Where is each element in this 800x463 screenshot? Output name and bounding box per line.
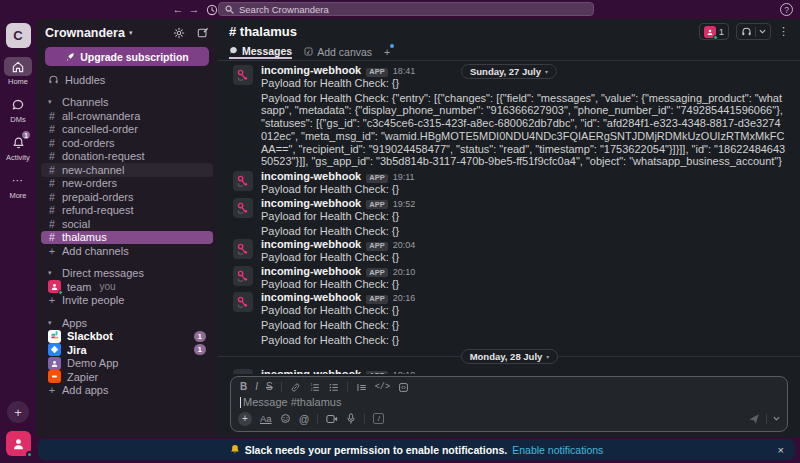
huddles-label: Huddles <box>65 74 105 86</box>
app-item-zapier[interactable]: Zapier <box>41 370 213 384</box>
back-arrow-icon[interactable]: ← <box>170 0 186 19</box>
sidebar-item-huddles[interactable]: Huddles <box>41 73 213 87</box>
sidebar-item-channel[interactable]: #prepaid-orders <box>41 190 213 204</box>
hash-icon: # <box>48 191 56 203</box>
members-button[interactable]: 1 <box>699 23 729 40</box>
message[interactable]: incoming-webhook APP 20:16 Payload for H… <box>233 292 786 346</box>
sidebar-item-channel[interactable]: #all-crownandera <box>41 109 213 123</box>
rail-item-home[interactable]: Home <box>4 57 32 86</box>
sender-name[interactable]: incoming-webhook <box>261 171 361 182</box>
workspace-switcher[interactable]: C <box>6 23 31 48</box>
timestamp[interactable]: 19:11 <box>393 172 415 183</box>
huddle-chevron-icon[interactable] <box>759 29 766 34</box>
canvas-icon <box>304 47 313 56</box>
app-item-jira[interactable]: Jira 1 <box>41 343 213 357</box>
send-button[interactable] <box>748 413 760 425</box>
rail-item-dms[interactable]: DMs <box>4 95 32 124</box>
code-icon[interactable]: </> <box>375 382 390 392</box>
formatting-button[interactable]: Aa <box>260 413 272 424</box>
timestamp[interactable]: 20:04 <box>393 240 416 251</box>
sender-name[interactable]: incoming-webhook <box>261 239 361 250</box>
sender-name[interactable]: incoming-webhook <box>261 266 361 277</box>
sidebar-item-channel[interactable]: #cod-orders <box>41 136 213 150</box>
search-icon <box>225 5 234 14</box>
attach-button[interactable]: + <box>238 412 252 426</box>
help-icon[interactable]: ? <box>780 3 793 16</box>
rail-item-activity[interactable]: 1 Activity <box>4 133 32 162</box>
rail-item-more[interactable]: ⋯ More <box>4 171 32 200</box>
mic-icon[interactable] <box>346 413 356 424</box>
add-channels-button[interactable]: + Add channels <box>41 244 213 258</box>
message-composer[interactable]: B I S 12 </> Message #thalamus <box>230 376 788 432</box>
sidebar-item-channel[interactable]: #donation-request <box>41 150 213 164</box>
channels-section-header[interactable]: ▾ Channels <box>41 96 213 110</box>
blockquote-icon[interactable] <box>356 382 367 393</box>
app-item-slackbot[interactable]: Slackbot 1 <box>41 330 213 344</box>
send-options-chevron-icon[interactable] <box>773 416 780 421</box>
sidebar-item-channel[interactable]: #social <box>41 217 213 231</box>
video-icon[interactable] <box>326 414 338 424</box>
huddle-button[interactable] <box>736 23 771 40</box>
settings-icon[interactable] <box>173 27 185 39</box>
timestamp[interactable]: 19:52 <box>393 199 416 210</box>
webhook-avatar <box>233 65 253 85</box>
link-icon[interactable] <box>290 382 301 393</box>
bold-button[interactable]: B <box>240 382 247 392</box>
sender-name[interactable]: incoming-webhook <box>261 292 361 303</box>
upgrade-subscription-button[interactable]: Upgrade subscription <box>45 47 209 66</box>
sidebar-item-channel[interactable]: #cancelled-order <box>41 123 213 137</box>
plus-icon: + <box>384 46 390 58</box>
timestamp[interactable]: 18:41 <box>393 66 416 77</box>
add-apps-button[interactable]: + Add apps <box>41 384 213 398</box>
enable-notifications-link[interactable]: Enable notifications <box>512 444 603 456</box>
tab-messages[interactable]: Messages <box>229 44 292 59</box>
message[interactable]: incoming-webhook APP 20:04 Payload for H… <box>233 239 786 263</box>
direct-messages-section-header[interactable]: ▾ Direct messages <box>41 267 213 281</box>
forward-arrow-icon[interactable]: → <box>186 0 202 19</box>
sidebar-item-channel[interactable]: #new-channel <box>41 163 213 177</box>
emoji-icon[interactable] <box>280 413 291 424</box>
invite-people-button[interactable]: + Invite people <box>41 294 213 308</box>
message[interactable]: incoming-webhook APP 18:41 Payload for H… <box>233 65 786 168</box>
search-input[interactable]: Search Crownandera <box>218 2 594 16</box>
bulleted-list-icon[interactable] <box>328 382 339 393</box>
sidebar-item-channel[interactable]: #refund-request <box>41 204 213 218</box>
sender-name[interactable]: incoming-webhook <box>261 198 361 209</box>
timestamp[interactable]: 20:10 <box>393 267 416 278</box>
text-cursor <box>240 397 241 408</box>
timestamp[interactable]: 20:16 <box>393 293 416 304</box>
more-actions-icon[interactable]: ⋮ <box>778 25 789 38</box>
plus-icon: + <box>48 384 56 396</box>
sender-name[interactable]: incoming-webhook <box>261 65 361 76</box>
dm-item-team[interactable]: team you <box>41 280 213 294</box>
close-icon[interactable]: × <box>778 444 784 456</box>
compose-icon[interactable] <box>197 27 209 39</box>
shortcuts-icon[interactable]: / <box>373 413 384 424</box>
workspace-name[interactable]: Crownandera <box>45 26 125 40</box>
italic-button[interactable]: I <box>255 382 258 392</box>
user-avatar[interactable] <box>6 431 31 456</box>
message[interactable]: incoming-webhook APP 20:10 Payload for H… <box>233 266 786 290</box>
date-pill-sunday[interactable]: Sunday, 27 July▾ <box>461 64 557 79</box>
tab-add[interactable]: + <box>384 44 390 59</box>
message[interactable]: incoming-webhook APP 18:18 Payload for H… <box>233 369 786 374</box>
apps-section-header[interactable]: ▾ Apps <box>41 316 213 330</box>
message-input[interactable]: Message #thalamus <box>231 394 787 410</box>
sidebar-item-channel-thalamus[interactable]: #thalamus <box>41 231 213 245</box>
sender-name[interactable]: incoming-webhook <box>261 369 361 374</box>
svg-text:2: 2 <box>310 388 312 392</box>
message[interactable]: incoming-webhook APP 19:52 Payload for H… <box>233 198 786 237</box>
app-item-demo-app[interactable]: Demo App <box>41 357 213 371</box>
ordered-list-icon[interactable]: 12 <box>309 382 320 393</box>
code-block-icon[interactable] <box>398 382 409 393</box>
mention-button[interactable]: @ <box>299 413 310 425</box>
tab-add-canvas[interactable]: Add canvas <box>304 44 372 59</box>
timestamp[interactable]: 18:18 <box>393 370 416 374</box>
strikethrough-button[interactable]: S <box>266 382 273 392</box>
date-pill-monday[interactable]: Monday, 28 July▾ <box>461 349 559 364</box>
channel-name: all-crownandera <box>62 110 140 122</box>
sidebar-item-channel[interactable]: #new-orders <box>41 177 213 191</box>
create-new-button[interactable]: + <box>7 401 29 423</box>
channel-title[interactable]: # thalamus <box>229 24 297 39</box>
message[interactable]: incoming-webhook APP 19:11 Payload for H… <box>233 171 786 195</box>
